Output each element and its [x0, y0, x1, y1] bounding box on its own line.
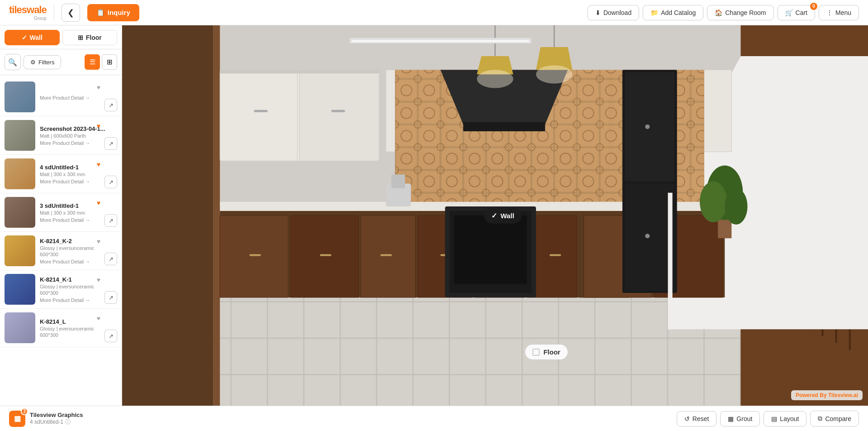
- compare-button[interactable]: ⧉ Compare: [810, 411, 859, 426]
- inquiry-button[interactable]: 📋 Inquiry: [87, 4, 139, 21]
- svg-point-83: [536, 65, 572, 83]
- svg-rect-53: [361, 216, 416, 297]
- logo: tileswale Group: [9, 4, 47, 21]
- share-icon: ↗: [109, 140, 114, 147]
- svg-rect-77: [391, 175, 405, 188]
- floor-tab[interactable]: ⊞ Floor: [62, 30, 118, 45]
- download-icon: ⬇: [595, 9, 601, 16]
- logo-text: tileswale: [9, 4, 47, 15]
- svg-rect-13: [122, 25, 213, 406]
- powered-by: Powered By Tilesview.ai: [791, 390, 863, 400]
- product-meta: Glossy | eversunceramic: [40, 284, 117, 289]
- sidebar: ✓ Wall ⊞ Floor 🔍 ⚙ Filters ☰ ⊞: [0, 25, 122, 406]
- filter-button[interactable]: ⚙ Filters: [24, 55, 61, 69]
- share-button[interactable]: ↗: [104, 330, 117, 342]
- layout-icon: ▤: [771, 415, 777, 422]
- compare-icon: ⧉: [818, 415, 822, 422]
- view-toggle: ☰ ⊞: [85, 54, 117, 70]
- svg-point-75: [645, 234, 650, 238]
- list-view-button[interactable]: ☰: [85, 54, 100, 70]
- share-button[interactable]: ↗: [104, 176, 117, 188]
- svg-rect-50: [220, 202, 629, 211]
- grid-view-button[interactable]: ⊞: [102, 54, 117, 70]
- svg-rect-14: [213, 25, 220, 406]
- search-button[interactable]: 🔍: [5, 54, 21, 70]
- svg-rect-58: [250, 254, 261, 256]
- list-item[interactable]: Screenshot 2023-04-1... Matt | 600x600 P…: [0, 116, 122, 155]
- tilesview-info: ▦ 3 Tilesview Graphics 4 sdUntitled-1 ⓘ: [9, 411, 83, 427]
- grid-view-icon: ⊞: [107, 58, 113, 66]
- brand-name: Tilesview Graphics: [30, 412, 83, 418]
- product-thumbnail: [5, 274, 35, 305]
- change-room-button[interactable]: 🏠 Change Room: [707, 5, 773, 20]
- main-area: ✓ Wall ⊞ Floor 🔍 ⚙ Filters ☰ ⊞: [0, 25, 868, 406]
- back-button[interactable]: ❮: [62, 4, 80, 22]
- share-button[interactable]: ↗: [104, 214, 117, 227]
- layout-button[interactable]: ▤ Layout: [764, 411, 806, 426]
- favorite-button[interactable]: ♥: [94, 159, 104, 169]
- favorite-button[interactable]: ♥: [94, 313, 104, 323]
- svg-rect-63: [550, 254, 561, 256]
- product-thumbnail: [5, 81, 35, 112]
- product-thumbnail: [5, 158, 35, 189]
- svg-rect-51: [220, 216, 288, 297]
- search-icon: 🔍: [8, 58, 17, 67]
- svg-point-86: [700, 182, 727, 222]
- svg-rect-37: [299, 70, 379, 161]
- list-item[interactable]: K-8214_L Glossy | eversunceramic 600*300…: [0, 309, 122, 347]
- favorite-button[interactable]: ♥: [94, 275, 104, 285]
- filter-icon: ⚙: [30, 59, 36, 66]
- check-icon: ✓: [491, 211, 497, 220]
- list-item[interactable]: K-8214_K-2 Glossy | eversunceramic 600*3…: [0, 232, 122, 270]
- favorite-button[interactable]: ♥: [94, 82, 104, 92]
- wall-tab[interactable]: ✓ Wall: [5, 30, 60, 45]
- add-catalog-button[interactable]: 📁 Add Catalog: [643, 5, 703, 20]
- download-button[interactable]: ⬇ Download: [588, 5, 639, 20]
- bottom-bar: ▦ 3 Tilesview Graphics 4 sdUntitled-1 ⓘ …: [0, 406, 868, 431]
- share-icon: ↗: [109, 333, 114, 340]
- list-item[interactable]: K-8214_K-1 Glossy | eversunceramic 600*3…: [0, 270, 122, 309]
- share-icon: ↗: [109, 102, 114, 109]
- favorite-button[interactable]: ♥: [94, 236, 104, 246]
- share-button[interactable]: ↗: [104, 291, 117, 304]
- list-item[interactable]: More Product Detail → ♥ ↗: [0, 78, 122, 116]
- share-button[interactable]: ↗: [104, 99, 117, 111]
- svg-rect-48: [463, 122, 545, 131]
- product-name: 3 sdUntitled-1: [40, 202, 117, 209]
- product-name: K-8214_K-2: [40, 238, 117, 244]
- share-icon: ↗: [109, 294, 114, 301]
- favorite-button[interactable]: ♥: [94, 121, 104, 131]
- reset-button[interactable]: ↺ Reset: [677, 411, 717, 426]
- floor-label[interactable]: Floor: [525, 344, 568, 360]
- svg-rect-73: [625, 184, 675, 291]
- grout-icon: ▦: [728, 415, 734, 422]
- cart-badge: 0: [810, 3, 817, 10]
- floor-grid-icon: ⊞: [78, 34, 83, 41]
- product-name: 4 sdUntitled-1: [40, 164, 117, 171]
- reset-icon: ↺: [684, 415, 690, 422]
- cart-button[interactable]: 🛒 Cart 0: [778, 5, 815, 20]
- svg-point-74: [645, 125, 650, 129]
- grout-button[interactable]: ▦ Grout: [720, 411, 760, 426]
- menu-button[interactable]: ⋮ Menu: [819, 5, 859, 20]
- list-item[interactable]: 4 sdUntitled-1 Matt | 300 x 300 mm More …: [0, 155, 122, 193]
- powered-by-brand: Tilesview.ai: [828, 392, 858, 398]
- share-button[interactable]: ↗: [104, 253, 117, 265]
- svg-rect-39: [254, 110, 268, 112]
- product-name: K-8214_L: [40, 318, 117, 325]
- list-item[interactable]: 3 sdUntitled-1 Matt | 300 x 300 mm More …: [0, 193, 122, 232]
- svg-point-82: [477, 70, 513, 88]
- top-header: tileswale Group ❮ 📋 Inquiry ⬇ Download 📁…: [0, 0, 868, 25]
- room-view: ✓ Wall Floor Powered By Tilesview.ai: [122, 25, 868, 406]
- favorite-button[interactable]: ♥: [94, 198, 104, 208]
- logo-group: Group: [9, 16, 47, 21]
- tilesview-icon-wrapper: ▦ 3: [9, 411, 25, 427]
- info-icon[interactable]: ⓘ: [65, 418, 71, 426]
- catalog-icon: 📁: [650, 9, 658, 16]
- product-name-display: 4 sdUntitled-1 ⓘ: [30, 418, 83, 426]
- wall-label[interactable]: ✓ Wall: [484, 208, 522, 224]
- share-button[interactable]: ↗: [104, 137, 117, 150]
- svg-rect-36: [220, 70, 297, 161]
- product-name: K-8214_K-1: [40, 276, 117, 283]
- tilesview-text: Tilesview Graphics 4 sdUntitled-1 ⓘ: [30, 412, 83, 426]
